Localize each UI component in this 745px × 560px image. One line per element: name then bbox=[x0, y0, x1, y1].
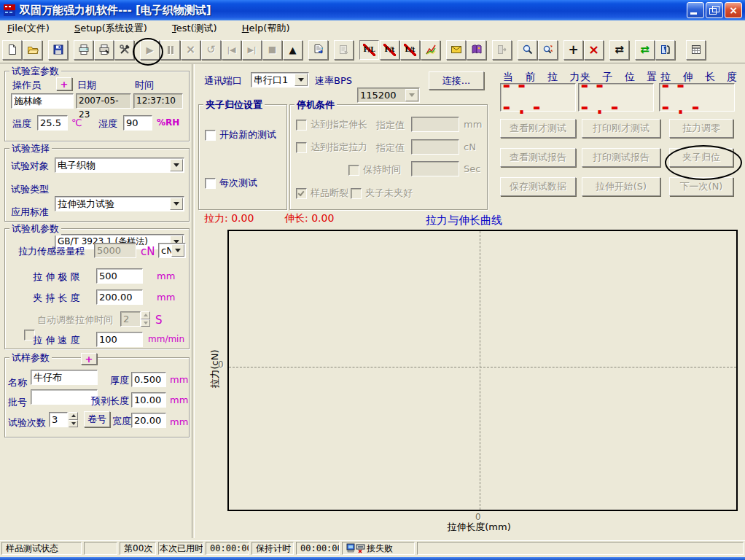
print-report-button[interactable]: 打印测试报告 bbox=[582, 148, 660, 167]
curve-ft-button[interactable]: F/t bbox=[380, 40, 399, 60]
batch-input[interactable] bbox=[31, 389, 98, 405]
every-test-checkbox[interactable] bbox=[205, 178, 216, 189]
menu-setup[interactable]: Setup(系统设置) bbox=[71, 21, 150, 36]
hammer-wrench-icon bbox=[119, 44, 130, 55]
chevron-down-icon[interactable] bbox=[170, 198, 183, 210]
cancel-x-icon: × bbox=[186, 44, 195, 55]
menu-help[interactable]: Help(帮助) bbox=[239, 21, 293, 36]
menu-file[interactable]: File(文件) bbox=[4, 21, 52, 36]
grip-length-label: 夹 持 长 度 bbox=[33, 292, 79, 305]
stop-button[interactable]: ■ bbox=[262, 40, 282, 60]
sample-name-input[interactable] bbox=[31, 370, 98, 385]
sample-break-checkbox[interactable] bbox=[296, 188, 307, 199]
connect-button[interactable]: 连接... bbox=[429, 71, 484, 90]
chevron-down-icon[interactable] bbox=[295, 74, 308, 86]
zoom-reset-button[interactable] bbox=[538, 40, 558, 60]
go-first-button[interactable]: |◀ bbox=[222, 40, 241, 60]
spec-elongation-input[interactable] bbox=[411, 117, 459, 132]
save-test-data-button[interactable]: 保存测试数据 bbox=[500, 177, 576, 196]
properties-button[interactable] bbox=[334, 40, 354, 60]
curve-lt-button[interactable]: L/t bbox=[400, 40, 420, 60]
exit-app-button[interactable] bbox=[655, 40, 675, 60]
add-button[interactable]: + bbox=[563, 40, 583, 60]
table-grid-icon bbox=[690, 44, 702, 55]
peel-length-input[interactable] bbox=[131, 392, 166, 408]
restore-button[interactable] bbox=[706, 2, 723, 18]
reset-button[interactable]: ↺ bbox=[201, 40, 221, 60]
tools-button[interactable] bbox=[114, 40, 134, 60]
clamp-loose-checkbox[interactable] bbox=[351, 188, 362, 199]
thickness-input[interactable] bbox=[131, 372, 166, 387]
minimize-button[interactable] bbox=[687, 2, 704, 18]
length-time-curve-icon: L/t bbox=[404, 44, 416, 56]
force-zero-button[interactable]: 拉力调零 bbox=[669, 119, 733, 138]
pause-button[interactable] bbox=[160, 40, 180, 60]
sensor-unit-select[interactable]: cN bbox=[158, 243, 186, 258]
reach-elongation-checkbox[interactable] bbox=[296, 120, 307, 131]
start-new-test-checkbox[interactable] bbox=[205, 130, 216, 141]
cancel-test-button[interactable]: × bbox=[181, 40, 200, 60]
add-operator-button[interactable]: + bbox=[56, 77, 72, 90]
chevron-down-icon[interactable] bbox=[170, 159, 183, 171]
print-last-test-button[interactable]: 打印刚才测试 bbox=[582, 119, 660, 138]
add-sample-button[interactable]: + bbox=[81, 353, 97, 365]
close-button[interactable]: × bbox=[725, 2, 742, 18]
view-report-button[interactable]: 查看测试报告 bbox=[500, 148, 576, 167]
clamp-position-value: ---.- bbox=[579, 74, 653, 118]
humidity-input[interactable] bbox=[123, 115, 152, 131]
new-file-button[interactable] bbox=[2, 40, 22, 60]
hold-time-checkbox[interactable] bbox=[348, 165, 359, 176]
go-last-button[interactable]: ▶| bbox=[242, 40, 262, 60]
print-button[interactable] bbox=[74, 40, 93, 60]
test-type-select[interactable]: 拉伸强力试验 bbox=[55, 196, 184, 211]
batch-label: 批号 bbox=[8, 396, 27, 409]
exit-button-disabled[interactable] bbox=[492, 40, 512, 60]
email-button[interactable] bbox=[446, 40, 466, 60]
zoom-button[interactable] bbox=[518, 40, 537, 60]
baud-select[interactable]: 115200 bbox=[357, 88, 420, 103]
zero-elongation-gridline bbox=[480, 231, 480, 510]
force-length-curve-icon: F/L bbox=[363, 44, 375, 56]
auto-adjust-spinner[interactable] bbox=[141, 311, 150, 327]
open-file-button[interactable] bbox=[23, 40, 42, 60]
sync-button[interactable]: ⇄ bbox=[635, 40, 655, 60]
save-button[interactable] bbox=[48, 40, 68, 60]
auto-adjust-time-input[interactable] bbox=[120, 311, 141, 327]
test-count-spinner[interactable] bbox=[69, 412, 78, 427]
tensile-speed-unit: mm/min bbox=[148, 334, 184, 344]
chevron-down-icon[interactable] bbox=[171, 244, 184, 257]
view-last-test-button[interactable]: 查看刚才测试 bbox=[500, 119, 576, 138]
curve-fl-button[interactable]: F/L bbox=[359, 40, 379, 60]
transfer-button[interactable]: ⇄ bbox=[609, 40, 629, 60]
comm-port-select[interactable]: 串行口1 bbox=[251, 72, 309, 88]
taskbar-edge bbox=[0, 557, 745, 560]
tensile-limit-input[interactable] bbox=[96, 268, 143, 284]
test-type-label: 试验类型 bbox=[11, 183, 49, 196]
hold-time-unit: Sec bbox=[464, 163, 480, 174]
export-data-button[interactable] bbox=[308, 40, 328, 60]
operator-input[interactable] bbox=[11, 93, 74, 109]
hold-time-input[interactable] bbox=[411, 161, 459, 176]
delete-button[interactable]: × bbox=[584, 40, 604, 60]
status-elapsed-label: 本次已用时间 bbox=[158, 542, 203, 555]
roll-number-button[interactable]: 卷号 bbox=[84, 411, 110, 427]
grip-length-input[interactable] bbox=[96, 289, 143, 305]
menu-test[interactable]: Test(测试) bbox=[169, 21, 220, 36]
temperature-input[interactable] bbox=[37, 115, 68, 131]
start-tension-button[interactable]: 拉伸开始(S) bbox=[582, 177, 660, 196]
spec-force-input[interactable] bbox=[411, 139, 459, 155]
status-test-count: 第00次 bbox=[120, 542, 156, 555]
clamp-loose-label: 夹子未夹好 bbox=[365, 187, 413, 200]
tensile-speed-input[interactable] bbox=[96, 332, 143, 347]
help-book-button[interactable] bbox=[467, 40, 486, 60]
print-setup-button[interactable] bbox=[94, 40, 114, 60]
magnifier-arrows-icon bbox=[542, 44, 554, 55]
sensor-range-input[interactable] bbox=[94, 243, 136, 258]
raise-button[interactable]: ▲ bbox=[283, 40, 303, 60]
test-object-select[interactable]: 电子织物 bbox=[55, 158, 184, 173]
multi-curve-button[interactable] bbox=[421, 40, 440, 60]
width-input[interactable] bbox=[131, 413, 166, 428]
data-grid-button[interactable] bbox=[686, 40, 706, 60]
reach-force-checkbox[interactable] bbox=[296, 142, 307, 153]
test-count-input[interactable] bbox=[49, 412, 68, 427]
